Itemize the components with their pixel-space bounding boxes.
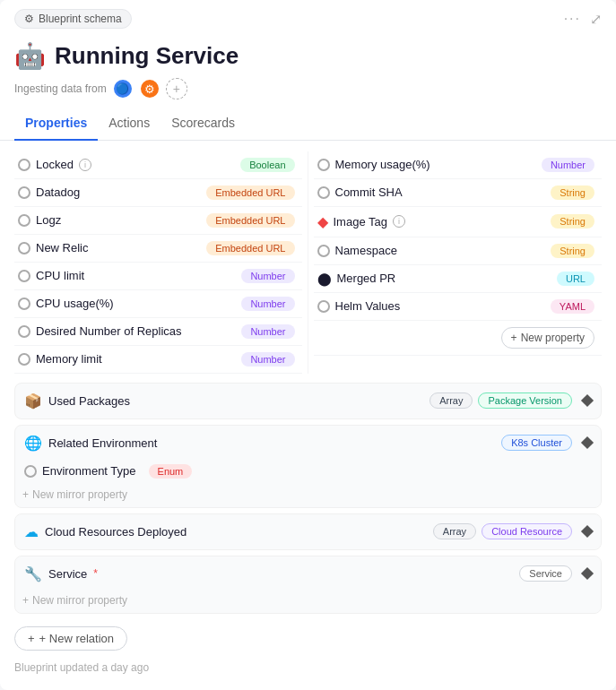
relation-service: 🔧 Service * Service + New mirror propert… <box>14 556 602 614</box>
badge-image-tag: String <box>551 214 594 229</box>
new-mirror-prop-related-env[interactable]: + New mirror property <box>15 484 601 505</box>
relation-related-environment-header: 🌐 Related Environment K8s Cluster <box>15 427 601 459</box>
relation-used-packages-header: 📦 Used Packages Array Package Version <box>15 385 601 417</box>
avatar-config[interactable]: ⚙ <box>139 78 161 99</box>
blueprint-label: Blueprint schema <box>39 13 122 25</box>
ingesting-row: Ingesting data from 🔵 ⚙ + <box>14 78 602 99</box>
prop-dot-new-relic <box>18 242 30 254</box>
badge-commit-sha: String <box>551 185 594 200</box>
info-icon-image-tag[interactable]: i <box>393 215 405 228</box>
diamond-icon-used-packages <box>581 394 594 407</box>
page-title: Running Service <box>55 42 239 70</box>
new-property-label: New property <box>521 332 585 344</box>
prop-name-namespace: Namespace <box>335 244 397 257</box>
relation-name-service: Service <box>48 567 87 581</box>
badge-replicas: Number <box>241 324 294 339</box>
plus-icon-mirror-service: + <box>22 594 29 607</box>
header-section: 🤖 Running Service Ingesting data from 🔵 … <box>0 34 616 99</box>
blueprint-badge[interactable]: ⚙ Blueprint schema <box>14 9 132 29</box>
add-source-button[interactable]: + <box>166 78 187 99</box>
gear-icon: ⚙ <box>24 13 34 25</box>
relation-name-related-environment: Related Environment <box>48 436 157 450</box>
relation-used-packages: 📦 Used Packages Array Package Version <box>14 383 602 419</box>
avatar-datadog[interactable]: 🔵 <box>112 78 134 99</box>
plus-icon-mirror-env: + <box>22 488 29 501</box>
prop-name-helm-values: Helm Values <box>335 299 401 313</box>
prop-dot-env-type <box>24 465 37 478</box>
relation-name-cloud-resources: Cloud Resources Deployed <box>45 525 187 539</box>
title-row: 🤖 Running Service <box>14 41 602 71</box>
badge-k8s-cluster: K8s Cluster <box>501 435 572 451</box>
prop-commit-sha: Commit SHA String <box>314 179 603 207</box>
badge-cpu-usage: Number <box>241 297 294 311</box>
prop-name-cpu-usage: CPU usage(%) <box>36 297 114 310</box>
github-icon: ⬤ <box>317 272 332 286</box>
prop-merged-pr: ⬤ Merged PR URL <box>314 265 603 293</box>
badge-logz: Embedded URL <box>206 213 294 228</box>
badge-helm-values: YAML <box>551 299 594 314</box>
badge-cpu-limit: Number <box>241 269 294 283</box>
tabs: Properties Actions Scorecards <box>0 108 616 141</box>
related-environment-icon: 🌐 <box>24 435 42 452</box>
relation-related-environment: 🌐 Related Environment K8s Cluster Enviro… <box>14 425 602 508</box>
prop-name-new-relic: New Relic <box>36 241 89 254</box>
prop-dot-datadog <box>18 186 30 199</box>
badge-locked: Boolean <box>240 158 294 172</box>
tab-properties[interactable]: Properties <box>14 108 98 141</box>
plus-icon-new-property: + <box>511 332 517 344</box>
top-bar: ⚙ Blueprint schema ··· ⤢ <box>0 0 616 34</box>
more-options-icon[interactable]: ··· <box>564 11 581 27</box>
tab-scorecards[interactable]: Scorecards <box>161 108 246 141</box>
required-star-service: * <box>93 567 98 580</box>
new-mirror-prop-service[interactable]: + New mirror property <box>15 590 601 611</box>
prop-name-commit-sha: Commit SHA <box>335 185 403 199</box>
prop-name-image-tag: Image Tag <box>334 215 387 229</box>
new-relation-label: + New relation <box>39 632 114 645</box>
info-icon-locked[interactable]: i <box>79 159 91 171</box>
relation-cloud-resources-header: ☁ Cloud Resources Deployed Array Cloud R… <box>15 516 601 548</box>
tab-actions[interactable]: Actions <box>98 108 161 141</box>
badge-merged-pr: URL <box>557 272 594 286</box>
top-bar-right: ··· ⤢ <box>564 11 602 28</box>
diamond-icon-related-environment <box>581 436 594 449</box>
prop-memory-usage: Memory usage(%) Number <box>314 151 603 179</box>
relations-section: 📦 Used Packages Array Package Version 🌐 … <box>14 383 602 614</box>
badge-namespace: String <box>551 244 594 258</box>
properties-content: Locked i Boolean Datadog Embedded URL <box>0 141 616 683</box>
prop-dot-namespace <box>317 245 330 257</box>
prop-dot-logz <box>18 214 30 227</box>
prop-dot-locked <box>18 159 30 171</box>
properties-col-left: Locked i Boolean Datadog Embedded URL <box>14 151 308 374</box>
badge-pkg-version: Package Version <box>478 392 572 409</box>
mirror-prop-env-type: Environment Type Enum <box>15 459 601 484</box>
prop-logz: Logz Embedded URL <box>14 207 302 235</box>
prop-helm-values: Helm Values YAML <box>314 293 603 321</box>
badge-service: Service <box>519 565 572 582</box>
prop-dot-memory-limit <box>18 353 30 366</box>
prop-dot-cpu-usage <box>18 298 30 310</box>
diamond-red-icon: ◆ <box>317 213 328 230</box>
prop-dot-commit-sha <box>317 186 330 199</box>
prop-name-cpu-limit: CPU limit <box>36 269 84 282</box>
badge-cloud-resource: Cloud Resource <box>482 523 572 539</box>
entity-icon: 🤖 <box>14 41 46 71</box>
prop-dot-replicas <box>18 325 30 338</box>
new-relation-button[interactable]: + + New relation <box>14 626 127 651</box>
badge-array-cloud: Array <box>433 523 476 539</box>
diamond-icon-service <box>581 567 594 580</box>
new-property-button[interactable]: + New property <box>501 327 594 349</box>
expand-icon[interactable]: ⤢ <box>590 11 602 28</box>
new-mirror-prop-label-env: New mirror property <box>32 488 127 501</box>
properties-col-right: Memory usage(%) Number Commit SHA String… <box>308 151 603 374</box>
badge-memory-usage: Number <box>542 158 594 172</box>
badge-env-type: Enum <box>149 464 193 479</box>
footer-text: Blueprint updated a day ago <box>14 654 602 676</box>
relation-name-used-packages: Used Packages <box>48 394 130 408</box>
prop-name-logz: Logz <box>36 213 61 227</box>
prop-cpu-limit: CPU limit Number <box>14 263 302 290</box>
prop-name-datadog: Datadog <box>36 185 80 199</box>
used-packages-icon: 📦 <box>24 392 42 410</box>
prop-cpu-usage: CPU usage(%) Number <box>14 290 302 318</box>
prop-image-tag: ◆ Image Tag i String <box>314 207 603 237</box>
prop-name-env-type: Environment Type <box>42 464 136 478</box>
